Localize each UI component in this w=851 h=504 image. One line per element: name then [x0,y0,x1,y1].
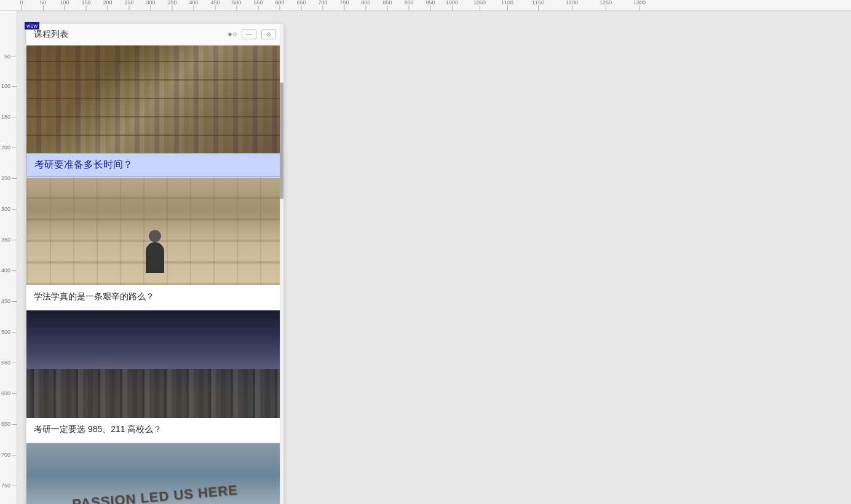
card-image-auditorium [26,178,283,285]
ruler-mark: 450 [210,0,220,10]
ruler-left-mark: 150 [0,114,17,120]
ruler-left-mark: 100 [0,84,17,89]
card-title: 考研一定要选 985、211 高校么？ [26,418,283,443]
ruler-mark: 400 [189,0,198,10]
ruler-left: 50 100 150 200 250 300 350 400 450 500 5… [0,11,17,504]
ruler-top-content: 0 50 100 150 200 250 300 350 [0,0,851,10]
card-title-text: 考研要准备多长时间？ [34,159,133,170]
scroll-thumb[interactable] [280,82,283,199]
ruler-mark: 750 [339,0,349,10]
ruler-left-mark: 200 [0,145,17,151]
dot-1 [228,33,232,36]
passion-text: PASSION LED US HERE [71,482,239,504]
ruler-mark: 800 [361,0,370,10]
ruler-left-mark: 750 [0,483,17,489]
ruler-mark: 1000 [446,0,458,10]
ruler-left-mark: 400 [0,268,17,274]
ruler-mark: 600 [275,0,284,10]
ruler-mark: 150 [81,0,90,10]
auditorium-person [146,242,164,273]
ruler-mark: 550 [253,0,263,10]
list-item[interactable]: 学法学真的是一条艰辛的路么？ [26,178,283,310]
list-item[interactable]: 考研一定要选 985、211 高校么？ [26,310,283,443]
ruler-left-mark: 550 [0,360,17,366]
list-item[interactable]: PASSION LED US HERE 零基础小白先选择 Java 还是 C++… [26,443,283,504]
ruler-left-mark: 450 [0,299,17,304]
ruler-left-mark: 650 [0,422,17,427]
ruler-mark: 700 [318,0,327,10]
card-image-library [26,45,283,153]
ruler-mark: 350 [167,0,176,10]
ruler-mark: 1250 [600,0,612,10]
panel-title: 课程列表 [34,29,68,40]
ruler-mark: 1100 [501,0,513,10]
ruler-mark: 1050 [473,0,486,10]
crowd-hands [26,369,283,418]
ruler-mark: 850 [382,0,392,10]
view-tag: view [25,22,39,30]
ruler-mark: 950 [426,0,435,10]
ruler-left-mark: 600 [0,391,17,396]
ruler-mark: 300 [146,0,155,10]
ruler-left-mark: 300 [0,207,17,212]
panel-controls: — ⊙ [228,30,276,39]
ruler-mark: 1300 [633,0,646,10]
ruler-left-mark: 350 [0,237,17,243]
ruler-mark: 0 [20,0,23,10]
card-title: 学法学真的是一条艰辛的路么？ [26,285,283,310]
ruler-mark: 100 [60,0,69,10]
ruler-mark: 900 [404,0,413,10]
panel-target-button[interactable]: ⊙ [261,30,276,39]
ruler-mark: 250 [124,0,133,10]
ruler-left-mark: 50 [0,54,17,60]
canvas-area: view 课程列表 — ⊙ img 考研要准备多长时 [17,11,851,504]
panel-frame: view 课程列表 — ⊙ img 考研要准备多长时 [26,23,284,504]
library-shelf-overlay [26,45,283,153]
ruler-mark: 50 [40,0,46,10]
ruler-top: 0 50 100 150 200 250 300 350 [0,0,851,11]
panel-content: img 考研要准备多长时间？ 学法学真的是一条艰辛的路么？ [26,45,283,504]
ruler-mark: 1200 [566,0,578,10]
panel-minimize-button[interactable]: — [242,30,256,39]
ruler-mark: 500 [232,0,241,10]
ruler-mark: 650 [296,0,306,10]
scrollbar[interactable] [280,24,283,504]
list-item[interactable]: img 考研要准备多长时间？ [26,45,283,178]
ruler-left-mark: 250 [0,176,17,181]
panel-dots-control[interactable] [228,33,237,36]
ruler-left-mark: 500 [0,329,17,335]
card-title-selected: 考研要准备多长时间？ [26,153,283,177]
ruler-left-mark: 700 [0,452,17,458]
ruler-mark: 1150 [532,0,544,10]
dot-2 [233,33,237,36]
panel-header: 课程列表 — ⊙ [26,24,283,45]
card-image-crowd [26,310,283,418]
ruler-mark: 200 [103,0,112,10]
card-image-passion: PASSION LED US HERE [26,443,283,504]
